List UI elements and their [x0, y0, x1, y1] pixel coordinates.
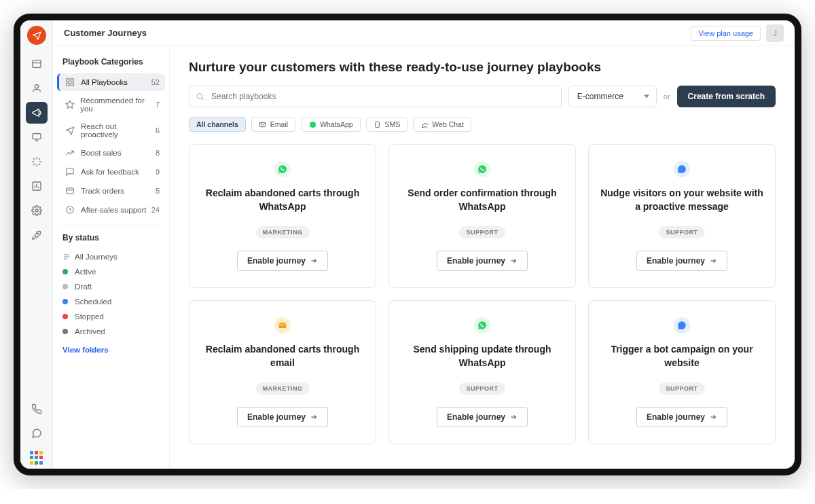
category-count: 24: [151, 206, 160, 214]
channel-chip[interactable]: All channels: [189, 117, 246, 132]
category-label: Reach out proactively: [81, 122, 156, 139]
sidebar-category-item[interactable]: All Playbooks52: [57, 73, 165, 91]
svg-point-1: [35, 85, 38, 88]
avatar[interactable]: J: [766, 24, 784, 42]
sidebar-status-item[interactable]: Scheduled: [57, 294, 165, 309]
settings-icon[interactable]: [26, 200, 48, 221]
playbook-card: Send shipping update through WhatsApp SU…: [388, 300, 576, 444]
arrow-right-icon: [509, 257, 518, 265]
dropdown-value: E-commerce: [577, 92, 623, 101]
icon-rail: [20, 20, 53, 469]
svg-rect-10: [67, 188, 74, 194]
sidebar-status-item[interactable]: Archived: [57, 324, 165, 339]
whatsapp-icon: [474, 317, 490, 334]
category-icon: [65, 167, 75, 177]
chip-label: WhatsApp: [320, 120, 352, 128]
vertical-dropdown[interactable]: E-commerce: [568, 86, 657, 107]
enable-journey-button[interactable]: Enable journey: [237, 407, 328, 427]
view-plan-usage-link[interactable]: View plan usage: [691, 26, 761, 41]
channel-chip[interactable]: Email: [251, 117, 295, 132]
category-label: Track orders: [81, 187, 124, 195]
card-badge: SUPPORT: [659, 382, 704, 395]
playbook-card: Reclaim abandoned carts through email MA…: [189, 300, 376, 444]
sidebar-category-item[interactable]: Recommended for you7: [57, 92, 165, 117]
sidebar-category-item[interactable]: After-sales support24: [57, 201, 165, 219]
sidebar-category-item[interactable]: Boost sales8: [57, 144, 165, 162]
chip-label: SMS: [385, 120, 401, 128]
channel-chip[interactable]: SMS: [366, 117, 408, 132]
enable-journey-button[interactable]: Enable journey: [636, 407, 727, 427]
card-badge: SUPPORT: [659, 226, 704, 238]
playbook-card: Reclaim abandoned carts through WhatsApp…: [189, 144, 376, 288]
sidebar: Playbook Categories All Playbooks52Recom…: [53, 46, 170, 469]
channel-chip[interactable]: Web Chat: [413, 117, 471, 132]
svg-rect-2: [33, 134, 41, 139]
svg-rect-0: [33, 60, 41, 68]
apps-grid-icon[interactable]: [26, 447, 48, 469]
rocket-icon[interactable]: [26, 224, 48, 246]
category-icon: [65, 126, 75, 135]
view-folders-link[interactable]: View folders: [57, 339, 165, 361]
create-from-scratch-button[interactable]: Create from scratch: [677, 86, 776, 107]
phone-icon[interactable]: [26, 398, 48, 420]
sidebar-category-item[interactable]: Ask for feedback9: [57, 163, 165, 181]
category-icon: [65, 100, 75, 109]
sidebar-status-item[interactable]: All Journeys: [57, 249, 165, 264]
app-logo-icon[interactable]: [27, 26, 46, 45]
enable-journey-button[interactable]: Enable journey: [237, 251, 328, 271]
svg-rect-16: [279, 323, 287, 328]
playbook-cards-grid: Reclaim abandoned carts through WhatsApp…: [189, 144, 776, 444]
playbook-card: Send order confirmation through WhatsApp…: [388, 144, 576, 288]
enable-journey-button[interactable]: Enable journey: [437, 251, 528, 271]
chat-icon: [420, 120, 429, 128]
inbox-icon[interactable]: [26, 53, 48, 75]
sidebar-heading-status: By status: [57, 233, 165, 249]
monitor-icon[interactable]: [26, 126, 48, 148]
sidebar-status-item[interactable]: Draft: [57, 279, 165, 294]
category-count: 52: [151, 78, 160, 86]
search-box: [189, 86, 562, 107]
svg-rect-6: [67, 79, 69, 82]
svg-point-4: [35, 209, 38, 212]
automation-icon[interactable]: [26, 151, 48, 173]
category-count: 7: [156, 101, 160, 109]
whatsapp-icon: [308, 120, 316, 128]
category-label: All Playbooks: [81, 78, 128, 86]
sidebar-status-item[interactable]: Active: [57, 264, 165, 279]
arrow-right-icon: [310, 413, 318, 421]
status-dot-icon: [62, 329, 68, 334]
category-count: 6: [156, 126, 160, 134]
chat-icon: [674, 161, 690, 177]
sidebar-category-item[interactable]: Reach out proactively6: [57, 118, 165, 143]
topbar: Customer Journeys View plan usage J: [53, 20, 795, 46]
svg-rect-8: [67, 83, 69, 86]
main-content: Nurture your customers with these ready-…: [170, 46, 795, 469]
whatsapp-icon: [274, 161, 291, 177]
playbook-card: Nudge visitors on your website with a pr…: [588, 144, 776, 288]
enable-journey-button[interactable]: Enable journey: [636, 251, 727, 271]
chat-bubble-icon[interactable]: [26, 422, 48, 444]
status-label: All Journeys: [75, 253, 117, 261]
status-dot-icon: [62, 314, 68, 319]
campaigns-icon[interactable]: [26, 102, 48, 124]
search-input[interactable]: [189, 86, 562, 107]
svg-point-12: [197, 94, 202, 99]
status-dot-icon: [62, 299, 68, 304]
category-label: Recommended for you: [80, 96, 156, 113]
svg-point-5: [37, 233, 38, 234]
whatsapp-icon: [474, 161, 490, 177]
chip-label: Web Chat: [432, 120, 464, 128]
status-dot-icon: [62, 284, 68, 289]
main-heading: Nurture your customers with these ready-…: [189, 60, 776, 75]
channel-chip[interactable]: WhatsApp: [301, 117, 360, 132]
category-icon: [65, 148, 75, 158]
enable-journey-button[interactable]: Enable journey: [437, 407, 528, 427]
sidebar-status-item[interactable]: Stopped: [57, 309, 165, 324]
reports-icon[interactable]: [26, 175, 48, 197]
category-count: 9: [156, 168, 160, 176]
card-badge: MARKETING: [256, 226, 310, 238]
card-badge: SUPPORT: [459, 226, 505, 238]
sidebar-category-item[interactable]: Track orders5: [57, 182, 165, 200]
category-count: 8: [156, 149, 160, 157]
contacts-icon[interactable]: [26, 77, 48, 99]
